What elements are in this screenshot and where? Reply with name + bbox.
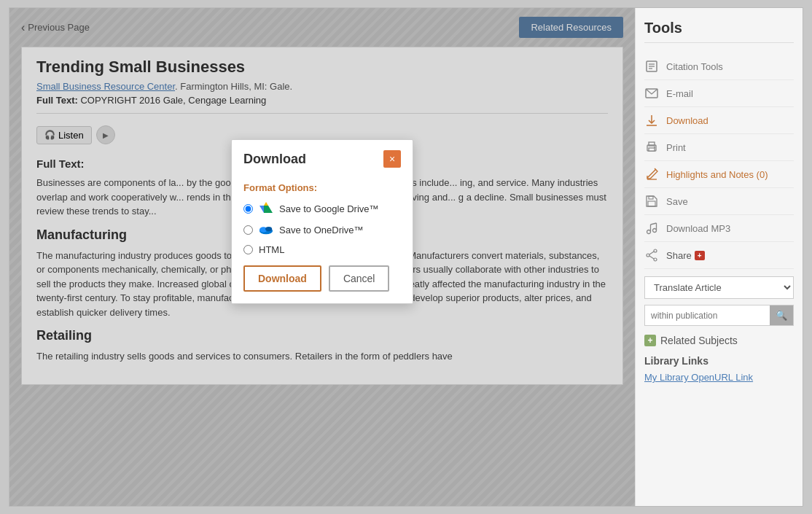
search-icon: 🔍: [776, 310, 787, 321]
library-link[interactable]: My Library OpenURL Link: [644, 372, 753, 383]
translate-select[interactable]: Translate Article: [644, 276, 794, 299]
tool-download-mp3[interactable]: Download MP3: [644, 215, 794, 242]
print-label: Print: [666, 142, 686, 153]
music-icon: [644, 221, 659, 235]
tool-print[interactable]: Print: [644, 134, 794, 161]
modal-body: Format Options: Save to Google Drive™: [232, 175, 413, 303]
search-within-container: 🔍: [644, 305, 794, 326]
svg-point-5: [265, 227, 272, 231]
highlights-label: Highlights and Notes (0): [666, 169, 768, 180]
share-label: Share: [666, 250, 692, 261]
svg-point-26: [654, 249, 657, 252]
download-label: Download: [666, 115, 708, 126]
google-drive-icon: [259, 202, 273, 215]
svg-point-28: [647, 254, 649, 257]
share-label-container: Share +: [666, 250, 705, 261]
svg-marker-1: [264, 206, 273, 213]
tool-citation[interactable]: Citation Tools: [644, 53, 794, 80]
sidebar-title: Tools: [644, 20, 794, 43]
share-icon: [644, 248, 659, 262]
radio-onedrive[interactable]: [243, 225, 253, 235]
outer-wrapper: Previous Page Related Resources Trending…: [0, 0, 812, 514]
related-subjects[interactable]: + Related Subjects: [644, 335, 794, 346]
related-subjects-icon: +: [644, 335, 656, 346]
modal-close-button[interactable]: ×: [383, 150, 401, 168]
format-options-label: Format Options:: [243, 182, 401, 193]
tool-download[interactable]: Download: [644, 107, 794, 134]
email-icon: [644, 86, 659, 101]
main-container: Previous Page Related Resources Trending…: [9, 7, 803, 507]
tool-share[interactable]: Share +: [644, 242, 794, 269]
library-links-title: Library Links: [644, 355, 794, 367]
svg-rect-20: [648, 201, 655, 206]
save-icon: [644, 194, 659, 209]
radio-option-onedrive[interactable]: Save to OneDrive™: [243, 222, 401, 237]
modal-cancel-button[interactable]: Cancel: [329, 265, 390, 292]
svg-point-21: [647, 230, 651, 234]
modal-actions: Download Cancel: [243, 265, 401, 292]
download-mp3-label: Download MP3: [666, 223, 730, 234]
radio-gdrive[interactable]: [243, 204, 253, 214]
download-modal: Download × Format Options:: [231, 139, 413, 304]
highlights-icon: [644, 167, 659, 182]
svg-point-16: [654, 147, 655, 148]
svg-rect-15: [649, 148, 655, 151]
share-plus-badge: +: [695, 251, 705, 260]
svg-marker-0: [259, 206, 264, 213]
tool-save[interactable]: Save: [644, 188, 794, 215]
svg-point-27: [654, 258, 657, 261]
gdrive-label: Save to Google Drive™: [279, 203, 379, 214]
email-label: E-mail: [666, 88, 693, 99]
citation-label: Citation Tools: [666, 61, 723, 72]
svg-point-22: [653, 229, 657, 233]
modal-title: Download: [243, 152, 306, 167]
citation-icon: [644, 59, 659, 74]
content-area: Previous Page Related Resources Trending…: [9, 8, 635, 506]
onedrive-icon: [259, 222, 273, 237]
onedrive-label: Save to OneDrive™: [279, 225, 364, 235]
svg-line-25: [651, 223, 657, 225]
save-label: Save: [666, 196, 688, 207]
modal-header: Download ×: [232, 140, 413, 175]
svg-marker-2: [264, 202, 268, 206]
svg-line-29: [649, 252, 654, 254]
print-icon: [644, 140, 659, 155]
modal-download-button[interactable]: Download: [243, 265, 321, 292]
tool-email[interactable]: E-mail: [644, 80, 794, 107]
svg-line-30: [649, 256, 654, 259]
radio-option-gdrive[interactable]: Save to Google Drive™: [243, 202, 401, 215]
related-subjects-label: Related Subjects: [660, 335, 738, 346]
html-label: HTML: [259, 244, 284, 255]
modal-overlay: Download × Format Options:: [9, 8, 635, 506]
download-icon: [644, 113, 659, 128]
radio-option-html[interactable]: HTML: [243, 244, 401, 255]
search-within-button[interactable]: 🔍: [770, 305, 793, 325]
search-within-input[interactable]: [645, 306, 770, 325]
radio-html[interactable]: [243, 245, 253, 254]
tool-highlights[interactable]: Highlights and Notes (0): [644, 161, 794, 188]
sidebar: Tools Citation Tools: [635, 8, 803, 506]
